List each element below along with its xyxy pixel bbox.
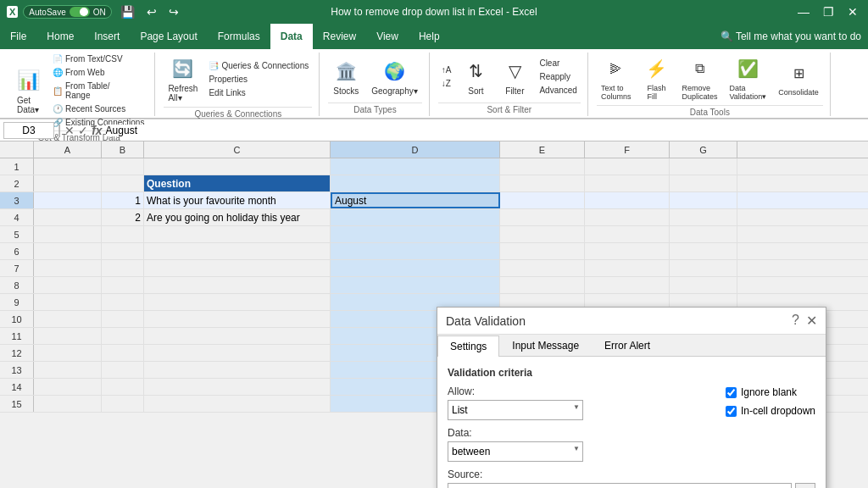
cell-b4[interactable]: 2 xyxy=(102,209,144,225)
source-input[interactable] xyxy=(448,483,792,488)
stocks-button[interactable]: 🏛️ Stocks xyxy=(328,55,364,98)
tab-page-layout[interactable]: Page Layout xyxy=(130,24,207,49)
cell-c2[interactable]: Question xyxy=(144,175,331,191)
confirm-formula-icon[interactable]: ✓ xyxy=(78,124,88,137)
allow-select[interactable]: List xyxy=(448,400,583,420)
sort-za-button[interactable]: ↓Z xyxy=(438,77,455,90)
row-header[interactable]: 4 xyxy=(0,209,34,225)
fx-icon[interactable]: fx xyxy=(92,124,102,137)
consolidate-button[interactable]: ⊞ Consolidate xyxy=(774,57,823,99)
remove-dup-icon: ⧉ xyxy=(686,55,713,82)
data-validation-button[interactable]: ✅ DataValidation▾ xyxy=(725,53,771,103)
cell-c1[interactable] xyxy=(144,158,331,175)
tab-data[interactable]: Data xyxy=(270,24,313,49)
get-data-button[interactable]: 📊 GetData▾ xyxy=(10,64,46,117)
cell-c4[interactable]: Are you going on holiday this year xyxy=(144,209,331,225)
text-csv-icon: 📄 xyxy=(53,54,63,64)
row-header[interactable]: 3 xyxy=(0,192,34,208)
dialog-tab-settings[interactable]: Settings xyxy=(437,336,499,357)
sort-az-button[interactable]: ↑A xyxy=(438,64,455,76)
cell-d2[interactable] xyxy=(331,175,500,191)
ignore-blank-checkbox[interactable] xyxy=(726,387,737,398)
col-header-g[interactable]: G xyxy=(670,141,737,158)
autosave-toggle[interactable] xyxy=(70,7,90,17)
cell-g1[interactable] xyxy=(670,158,737,175)
sort-button[interactable]: ⇅ Sort xyxy=(458,55,493,98)
cell-b2[interactable] xyxy=(102,175,144,191)
cell-a4[interactable] xyxy=(34,209,102,225)
filter-button[interactable]: ▽ Filter xyxy=(497,55,532,98)
tab-file[interactable]: File xyxy=(0,24,36,49)
formula-input[interactable] xyxy=(106,125,865,136)
cell-e2[interactable] xyxy=(500,175,585,191)
cell-g4[interactable] xyxy=(670,209,737,225)
cell-f1[interactable] xyxy=(585,158,670,175)
cell-e3[interactable] xyxy=(500,192,585,208)
tab-review[interactable]: Review xyxy=(313,24,366,49)
clear-button[interactable]: Clear xyxy=(536,57,580,69)
dialog-tab-input-message[interactable]: Input Message xyxy=(499,335,592,356)
tab-home[interactable]: Home xyxy=(36,24,84,49)
data-select[interactable]: between xyxy=(448,441,583,462)
cancel-formula-icon[interactable]: ✕ xyxy=(64,124,75,137)
row-header[interactable]: 1 xyxy=(0,158,34,175)
data-label: Data: xyxy=(448,427,815,439)
flash-fill-button[interactable]: ⚡ FlashFill xyxy=(638,53,674,103)
col-header-f[interactable]: F xyxy=(585,141,670,158)
from-table-button[interactable]: 📋 From Table/Range xyxy=(49,80,147,102)
redo-button[interactable]: ↪ xyxy=(165,5,182,19)
cell-a1[interactable] xyxy=(34,158,102,175)
col-header-a[interactable]: A xyxy=(34,141,102,158)
cell-b3[interactable]: 1 xyxy=(102,192,144,208)
incell-dropdown-checkbox[interactable] xyxy=(726,406,737,417)
cell-a2[interactable] xyxy=(34,175,102,191)
remove-duplicates-button[interactable]: ⧉ RemoveDuplicates xyxy=(677,53,721,103)
cell-reference-input[interactable] xyxy=(3,122,54,139)
source-expand-button[interactable]: ↑ xyxy=(795,483,815,488)
advanced-button[interactable]: Advanced xyxy=(536,84,580,97)
geography-button[interactable]: 🌍 Geography▾ xyxy=(367,55,421,98)
col-header-b[interactable]: B xyxy=(102,141,144,158)
cell-e4[interactable] xyxy=(500,209,585,225)
cell-f3[interactable] xyxy=(585,192,670,208)
col-header-e[interactable]: E xyxy=(500,141,585,158)
undo-button[interactable]: ↩ xyxy=(143,5,160,19)
minimize-button[interactable]: — xyxy=(794,5,813,19)
col-header-d[interactable]: D xyxy=(331,141,500,158)
reapply-button[interactable]: Reapply xyxy=(536,70,580,83)
from-web-button[interactable]: 🌐 From Web xyxy=(49,66,147,79)
tab-formulas[interactable]: Formulas xyxy=(208,24,270,49)
text-to-columns-button[interactable]: ⫸ Text toColumns xyxy=(597,53,636,103)
queries-col: 📑 Queries & Connections Properties Edit … xyxy=(205,59,312,99)
from-text-csv-button[interactable]: 📄 From Text/CSV xyxy=(49,53,147,65)
window-close-button[interactable]: ✕ xyxy=(844,5,861,19)
cell-d3[interactable]: August xyxy=(331,192,500,208)
cell-f4[interactable] xyxy=(585,209,670,225)
dialog-close-button[interactable]: ✕ xyxy=(806,313,817,329)
cell-c3[interactable]: What is your favourite month xyxy=(144,192,331,208)
cell-e1[interactable] xyxy=(500,158,585,175)
refresh-all-button[interactable]: 🔄 RefreshAll▾ xyxy=(164,53,202,105)
dialog-tab-error-alert[interactable]: Error Alert xyxy=(592,335,663,356)
cell-a3[interactable] xyxy=(34,192,102,208)
tab-view[interactable]: View xyxy=(366,24,409,49)
row-header[interactable]: 2 xyxy=(0,175,34,191)
cell-d4[interactable] xyxy=(331,209,500,225)
properties-button[interactable]: Properties xyxy=(205,73,312,86)
cell-b1[interactable] xyxy=(102,158,144,175)
recent-sources-button[interactable]: 🕐 Recent Sources xyxy=(49,103,147,115)
cell-d1[interactable] xyxy=(331,158,500,175)
edit-links-button[interactable]: Edit Links xyxy=(205,86,312,99)
group-get-transform: 📊 GetData▾ 📄 From Text/CSV 🌐 From Web 📋 … xyxy=(3,53,155,116)
tab-insert[interactable]: Insert xyxy=(84,24,130,49)
save-button[interactable]: 💾 xyxy=(117,5,138,19)
dialog-help-button[interactable]: ? xyxy=(792,313,799,329)
cell-f2[interactable] xyxy=(585,175,670,191)
restore-button[interactable]: ❐ xyxy=(820,5,837,19)
cell-g2[interactable] xyxy=(670,175,737,191)
queries-connections-button[interactable]: 📑 Queries & Connections xyxy=(205,59,312,72)
cell-g3[interactable] xyxy=(670,192,737,208)
autosave-badge[interactable]: AutoSave ON xyxy=(23,5,111,19)
tab-help[interactable]: Help xyxy=(409,24,450,49)
col-header-c[interactable]: C xyxy=(144,141,331,158)
